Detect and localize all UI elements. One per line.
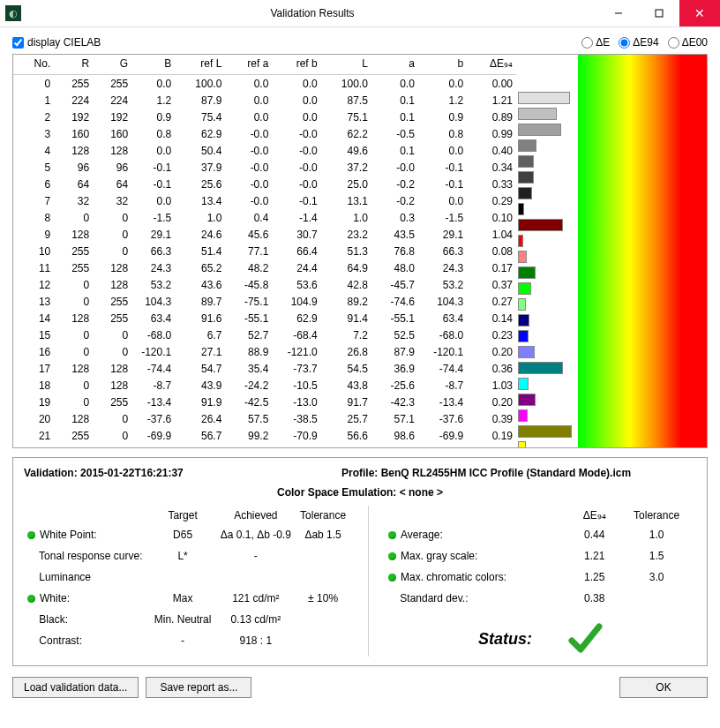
- color-bar: [518, 92, 570, 104]
- color-bar: [518, 266, 536, 279]
- window-title: Validation Results: [26, 7, 598, 19]
- table-row[interactable]: 800-1.51.00.4-1.41.00.3-1.50.10: [13, 209, 516, 226]
- col-header: G: [93, 55, 131, 75]
- table-row[interactable]: 41281280.050.4-0.0-0.049.60.10.00.40: [13, 142, 516, 159]
- summary-row: Max. chromatic colors:1.253.0: [385, 567, 696, 588]
- col-header: a: [371, 55, 418, 75]
- col-header: L: [321, 55, 371, 75]
- app-icon: ◐: [5, 5, 21, 21]
- profile-label: Profile:: [341, 467, 378, 479]
- gradient-column: [578, 55, 707, 447]
- bar-column: [516, 55, 578, 447]
- color-bar: [518, 139, 536, 152]
- display-cielab-input[interactable]: [12, 37, 24, 49]
- table-row[interactable]: 190255-13.491.9-42.5-13.091.7-42.3-13.40…: [13, 394, 516, 410]
- color-bar: [518, 155, 534, 168]
- results-table-area: No.RGBref Lref aref bLabΔE₉₄ 02552550.01…: [12, 54, 708, 448]
- status-dot-icon: [27, 595, 35, 603]
- table-row[interactable]: 212550-69.956.799.2-70.956.698.6-69.90.1…: [13, 427, 516, 444]
- table-row[interactable]: 02552550.0100.00.00.0100.00.00.00.00: [13, 75, 516, 93]
- color-bar: [518, 187, 532, 199]
- maximize-button[interactable]: [639, 0, 679, 26]
- table-row[interactable]: 9128029.124.645.630.723.243.529.11.04: [13, 226, 516, 243]
- color-bar: [518, 108, 557, 120]
- status-dot-icon: [388, 531, 396, 539]
- color-bar: [518, 282, 531, 295]
- col-header: ref a: [225, 55, 272, 75]
- color-bar: [518, 362, 563, 374]
- col-header: B: [131, 55, 175, 75]
- color-bar: [518, 219, 563, 231]
- status-checkmark-icon: [567, 621, 603, 657]
- summary-row: Max. gray scale:1.211.5: [385, 545, 696, 567]
- summary-left-table: TargetAchievedTolerance White Point:D65Δ…: [24, 506, 350, 651]
- summary-row: Tonal response curve:L*-: [24, 545, 350, 567]
- col-header: ref b: [272, 55, 320, 75]
- table-row[interactable]: 201280-37.626.457.5-38.525.757.1-37.60.3…: [13, 410, 516, 427]
- table-row[interactable]: 10255066.351.477.166.451.376.866.30.08: [13, 243, 516, 259]
- table-row[interactable]: 1125512824.365.248.224.464.948.024.30.17: [13, 259, 516, 276]
- summary-row: Contrast:-918 : 1: [24, 630, 350, 651]
- radio-de[interactable]: ΔE: [581, 36, 610, 49]
- summary-row: Black:Min. Neutral0.13 cd/m²: [24, 609, 350, 630]
- color-bar: [518, 251, 527, 263]
- display-cielab-checkbox[interactable]: display CIELAB: [12, 36, 101, 49]
- col-header: ref L: [175, 55, 225, 75]
- table-row[interactable]: 2212812857.648.1-17.158.248.6-12.657.61.…: [13, 444, 516, 447]
- color-bar: [518, 124, 561, 136]
- summary-row: White Point:D65Δa 0.1, Δb -0.9Δab 1.5: [24, 524, 350, 545]
- color-bar: [518, 425, 572, 438]
- summary-row: Average:0.441.0: [385, 524, 696, 545]
- table-row[interactable]: 66464-0.125.6-0.0-0.025.0-0.2-0.10.33: [13, 176, 516, 192]
- table-row[interactable]: 732320.013.4-0.0-0.113.1-0.20.00.29: [13, 192, 516, 209]
- table-row[interactable]: 180128-8.743.9-24.2-10.543.8-25.6-8.71.0…: [13, 377, 516, 394]
- radio-de94[interactable]: ΔE94: [619, 36, 658, 49]
- table-row[interactable]: 31601600.862.9-0.0-0.062.2-0.50.80.99: [13, 125, 516, 142]
- summary-row: Standard dev.:0.38: [385, 588, 696, 609]
- table-row[interactable]: 1412825563.491.6-55.162.991.4-55.163.40.…: [13, 310, 516, 326]
- color-bar: [518, 441, 526, 448]
- profile-value: BenQ RL2455HM ICC Profile (Standard Mode…: [381, 467, 631, 479]
- ok-button[interactable]: OK: [619, 677, 708, 698]
- validation-label: Validation:: [24, 467, 78, 479]
- summary-row: White:Max121 cd/m²± 10%: [24, 588, 350, 609]
- close-button[interactable]: ✕: [679, 0, 720, 26]
- color-bar: [518, 171, 534, 184]
- cse-value: < none >: [400, 486, 443, 499]
- color-bar: [518, 235, 523, 247]
- validation-value: 2015-01-22T16:21:37: [80, 467, 184, 479]
- cse-label: Color Space Emulation:: [277, 486, 396, 499]
- col-header: ΔE₉₄: [467, 55, 516, 75]
- load-validation-button[interactable]: Load validation data...: [12, 677, 139, 698]
- color-bar: [518, 394, 536, 406]
- color-bar: [518, 298, 526, 311]
- table-row[interactable]: 59696-0.137.9-0.0-0.037.2-0.0-0.10.34: [13, 159, 516, 176]
- summary-right-table: ΔE₉₄Tolerance Average:0.441.0Max. gray s…: [385, 506, 696, 609]
- status-label: Status:: [478, 630, 532, 649]
- col-header: No.: [13, 55, 54, 75]
- results-table: No.RGBref Lref aref bLabΔE₉₄ 02552550.01…: [13, 55, 516, 447]
- color-bar: [518, 346, 535, 358]
- color-bar: [518, 409, 528, 422]
- table-row[interactable]: 17128128-74.454.735.4-73.754.536.9-74.40…: [13, 360, 516, 377]
- minimize-button[interactable]: [598, 0, 639, 26]
- titlebar: ◐ Validation Results ✕: [0, 0, 720, 27]
- save-report-button[interactable]: Save report as...: [146, 677, 251, 698]
- status-dot-icon: [388, 552, 396, 560]
- table-row[interactable]: 130255104.389.7-75.1104.989.2-74.6104.30…: [13, 293, 516, 310]
- table-row[interactable]: 1600-120.127.188.9-121.026.887.9-120.10.…: [13, 343, 516, 360]
- col-header: b: [418, 55, 467, 75]
- delta-e-radio-group: ΔE ΔE94 ΔE00: [581, 36, 708, 49]
- color-bar: [518, 378, 529, 390]
- color-bar: [518, 330, 529, 342]
- svg-rect-1: [656, 10, 663, 17]
- color-bar: [518, 203, 524, 215]
- table-row[interactable]: 12012853.243.6-45.853.642.8-45.753.20.37: [13, 276, 516, 293]
- col-header: R: [54, 55, 93, 75]
- table-row[interactable]: 1500-68.06.752.7-68.47.252.5-68.00.23: [13, 326, 516, 343]
- summary-panel: Validation: 2015-01-22T16:21:37 Profile:…: [12, 457, 708, 666]
- status-dot-icon: [27, 531, 35, 539]
- table-row[interactable]: 12242241.287.90.00.087.50.11.21.21: [13, 92, 516, 109]
- table-row[interactable]: 21921920.975.40.00.075.10.10.90.89: [13, 109, 516, 125]
- radio-de00[interactable]: ΔE00: [668, 36, 708, 49]
